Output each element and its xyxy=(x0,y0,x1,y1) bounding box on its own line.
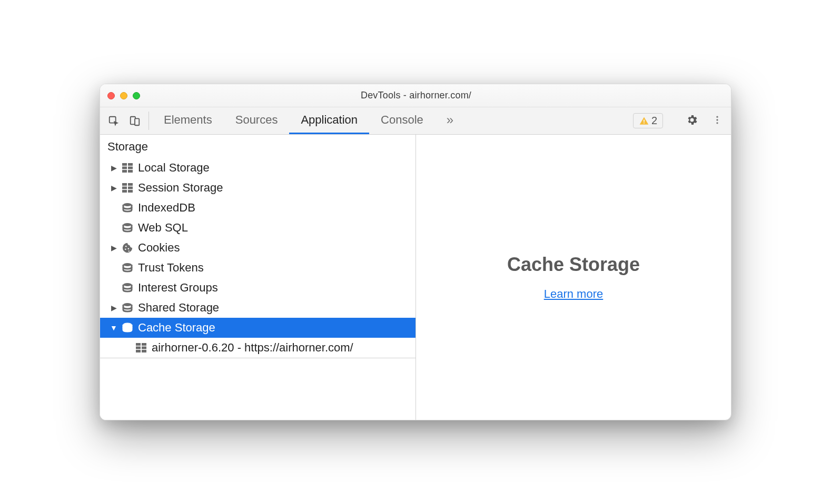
devtools-window: DevTools - airhorner.com/ Elements Sourc… xyxy=(100,84,731,420)
svg-rect-2 xyxy=(135,118,139,125)
more-menu-button[interactable] xyxy=(707,107,728,134)
tab-overflow[interactable]: » xyxy=(435,107,465,134)
database-icon xyxy=(121,263,134,273)
svg-rect-4 xyxy=(644,122,645,123)
sidebar-item-label: Session Storage xyxy=(138,181,223,195)
database-icon xyxy=(121,223,134,233)
svg-rect-31 xyxy=(142,343,146,346)
sidebar-item-label: Cache Storage xyxy=(138,321,215,335)
expand-arrow-icon: ▶ xyxy=(111,184,117,192)
chevron-double-right-icon: » xyxy=(447,113,453,127)
sidebar-item-label: airhorner-0.6.20 - https://airhorner.com… xyxy=(152,341,353,355)
sidebar-item-label: Interest Groups xyxy=(138,281,218,295)
svg-point-28 xyxy=(123,303,132,306)
svg-rect-35 xyxy=(142,350,146,352)
inspect-element-icon[interactable] xyxy=(103,107,124,134)
sidebar: Storage ▶ Local Storage ▶ Session Storag… xyxy=(100,135,416,420)
svg-rect-3 xyxy=(644,119,645,122)
warnings-badge[interactable]: 2 xyxy=(633,113,663,128)
sidebar-item-session-storage[interactable]: ▶ Session Storage xyxy=(100,178,416,198)
expand-arrow-icon: ▶ xyxy=(111,164,117,172)
database-icon xyxy=(121,203,134,213)
svg-rect-17 xyxy=(128,187,133,189)
sidebar-item-trust-tokens[interactable]: Trust Tokens xyxy=(100,258,416,278)
svg-rect-33 xyxy=(142,347,146,349)
svg-point-21 xyxy=(123,223,132,226)
expand-arrow-icon: ▶ xyxy=(111,244,117,252)
toolbar-divider xyxy=(149,112,149,130)
tab-application[interactable]: Application xyxy=(289,107,369,134)
kebab-menu-icon xyxy=(712,115,723,127)
sidebar-item-label: Web SQL xyxy=(138,221,188,235)
sidebar-item-label: Local Storage xyxy=(138,161,210,175)
sidebar-item-label: IndexedDB xyxy=(138,201,195,215)
settings-button[interactable] xyxy=(681,107,703,134)
toolbar: Elements Sources Application Console » 2 xyxy=(100,107,731,135)
database-icon xyxy=(121,283,134,293)
panel: Storage ▶ Local Storage ▶ Session Storag… xyxy=(100,135,731,420)
grid-icon xyxy=(121,163,134,173)
svg-point-7 xyxy=(716,122,718,124)
sidebar-item-indexeddb[interactable]: IndexedDB xyxy=(100,198,416,218)
warnings-count: 2 xyxy=(651,115,657,127)
svg-rect-12 xyxy=(122,170,127,173)
svg-point-20 xyxy=(123,203,132,206)
svg-rect-16 xyxy=(122,187,127,189)
svg-rect-30 xyxy=(136,343,141,346)
sidebar-item-cookies[interactable]: ▶ Cookies xyxy=(100,238,416,258)
close-window-button[interactable] xyxy=(107,92,115,99)
sidebar-item-cache-entry[interactable]: airhorner-0.6.20 - https://airhorner.com… xyxy=(100,338,416,358)
svg-rect-15 xyxy=(128,183,133,186)
sidebar-item-label: Shared Storage xyxy=(138,301,219,315)
grid-icon xyxy=(135,343,147,352)
database-icon xyxy=(121,322,134,333)
collapse-arrow-icon: ▼ xyxy=(111,324,117,332)
learn-more-link[interactable]: Learn more xyxy=(544,287,604,301)
svg-rect-19 xyxy=(128,190,133,193)
grid-icon xyxy=(121,183,134,193)
svg-point-26 xyxy=(123,263,132,266)
maximize-window-button[interactable] xyxy=(133,92,140,99)
svg-point-6 xyxy=(716,119,718,120)
sidebar-item-interest-groups[interactable]: Interest Groups xyxy=(100,278,416,298)
svg-point-24 xyxy=(128,248,130,250)
device-toggle-icon[interactable] xyxy=(124,107,145,134)
sidebar-item-label: Cookies xyxy=(138,241,180,255)
sidebar-item-label: Trust Tokens xyxy=(138,261,204,275)
sidebar-item-cache-storage[interactable]: ▼ Cache Storage xyxy=(100,318,416,338)
svg-point-22 xyxy=(125,246,127,247)
traffic-lights xyxy=(107,92,140,99)
svg-point-25 xyxy=(128,250,130,251)
tab-sources[interactable]: Sources xyxy=(224,107,290,134)
tab-elements[interactable]: Elements xyxy=(152,107,224,134)
content-title: Cache Storage xyxy=(507,254,640,276)
database-icon xyxy=(121,303,134,313)
sidebar-item-shared-storage[interactable]: ▶ Shared Storage xyxy=(100,298,416,318)
svg-rect-8 xyxy=(122,163,127,166)
tab-console[interactable]: Console xyxy=(369,107,435,134)
sidebar-item-local-storage[interactable]: ▶ Local Storage xyxy=(100,158,416,178)
svg-point-23 xyxy=(125,248,126,250)
svg-rect-32 xyxy=(136,347,141,349)
cookie-icon xyxy=(121,242,134,254)
svg-rect-34 xyxy=(136,350,141,352)
svg-rect-10 xyxy=(122,167,127,169)
titlebar: DevTools - airhorner.com/ xyxy=(100,84,731,107)
svg-point-27 xyxy=(123,283,132,286)
main-content: Cache Storage Learn more xyxy=(416,135,731,420)
expand-arrow-icon: ▶ xyxy=(111,304,117,312)
svg-rect-14 xyxy=(122,183,127,186)
svg-rect-18 xyxy=(122,190,127,193)
gear-icon xyxy=(686,114,698,128)
svg-rect-11 xyxy=(128,167,133,169)
storage-tree: ▶ Local Storage ▶ Session Storage xyxy=(100,156,416,358)
sidebar-item-websql[interactable]: Web SQL xyxy=(100,218,416,238)
window-title: DevTools - airhorner.com/ xyxy=(140,90,692,101)
svg-point-5 xyxy=(716,116,718,117)
minimize-window-button[interactable] xyxy=(120,92,127,99)
section-header-storage: Storage xyxy=(100,135,416,156)
svg-rect-13 xyxy=(128,170,133,173)
warning-icon xyxy=(639,116,649,126)
svg-rect-9 xyxy=(128,163,133,166)
